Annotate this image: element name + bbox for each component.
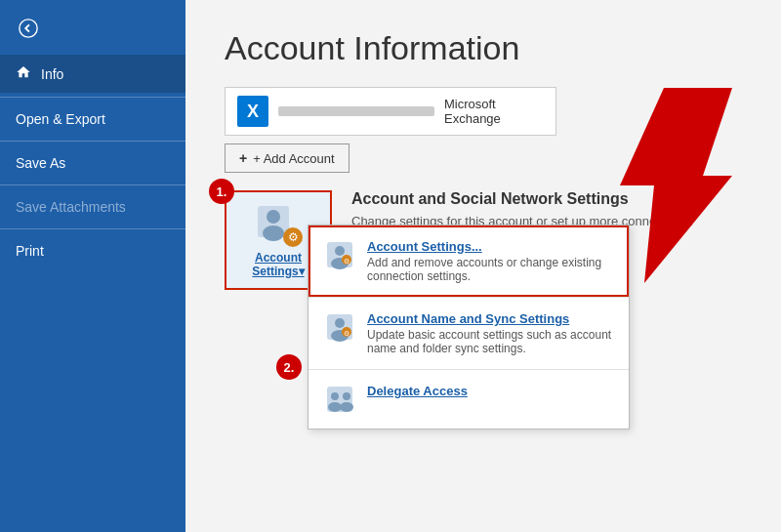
sidebar: Info Open & Export Save As Save Attachme… — [0, 0, 185, 532]
dropdown-item-1-text: Account Settings... Add and remove accou… — [367, 239, 613, 283]
account-gear-badge: ⚙ — [283, 227, 303, 247]
svg-point-0 — [20, 20, 37, 37]
info-panel-title: Account and Social Network Settings — [351, 190, 742, 208]
account-email-bar — [278, 106, 434, 116]
sidebar-divider-3 — [0, 184, 185, 185]
gear-icon: ⚙ — [288, 230, 299, 244]
dropdown-item-1-desc: Add and remove accounts or change existi… — [367, 256, 613, 283]
svg-point-3 — [263, 225, 284, 241]
account-type-label: Microsoft Exchange — [444, 97, 544, 126]
sidebar-item-info[interactable]: Info — [0, 55, 185, 93]
account-settings-icon-container: ⚙ — [254, 202, 303, 247]
sidebar-divider-2 — [0, 141, 185, 142]
home-icon — [16, 64, 31, 83]
dropdown-item-1-icon: ⚙ — [324, 239, 355, 270]
svg-point-18 — [340, 402, 353, 412]
svg-point-2 — [267, 210, 280, 224]
sidebar-item-save-as[interactable]: Save As — [0, 145, 185, 181]
plus-icon: + — [239, 150, 247, 166]
name-sync-icon: ⚙ — [325, 312, 354, 342]
dropdown-item-3-text: Delegate Access — [367, 384, 468, 398]
sidebar-divider-1 — [0, 97, 185, 98]
sidebar-item-save-attachments: Save Attachments — [0, 189, 185, 225]
dropdown-item-2-text: Account Name and Sync Settings Update ba… — [367, 311, 613, 355]
svg-text:⚙: ⚙ — [344, 330, 349, 337]
dropdown-item-account-settings[interactable]: ⚙ Account Settings... Add and remove acc… — [308, 225, 629, 297]
dropdown-item-1-title: Account Settings... — [367, 239, 613, 254]
svg-point-10 — [335, 318, 345, 328]
sidebar-item-print-label: Print — [16, 243, 44, 259]
sidebar-item-open-export[interactable]: Open & Export — [0, 102, 185, 137]
account-bar: X Microsoft Exchange — [225, 87, 556, 136]
exchange-icon-letter: X — [247, 102, 259, 122]
dropdown-menu: ⚙ Account Settings... Add and remove acc… — [308, 225, 630, 430]
dropdown-item-delegate[interactable]: Delegate Access — [308, 370, 629, 429]
step2-badge: 2. — [276, 354, 302, 380]
step1-badge: 1. — [209, 179, 234, 204]
exchange-icon: X — [237, 96, 268, 127]
svg-point-17 — [343, 392, 350, 400]
delegate-icon — [325, 385, 354, 414]
sidebar-item-save-attachments-label: Save Attachments — [16, 199, 126, 215]
back-button[interactable] — [6, 6, 51, 51]
dropdown-item-3-title: Delegate Access — [367, 384, 468, 398]
dropdown-item-2-icon: ⚙ — [324, 311, 355, 343]
svg-point-15 — [331, 392, 339, 400]
account-settings-label: AccountSettings▾ — [252, 251, 304, 278]
sidebar-item-print[interactable]: Print — [0, 233, 185, 268]
svg-point-5 — [335, 246, 345, 256]
add-account-button[interactable]: + + Add Account — [225, 143, 349, 173]
add-account-label: + Add Account — [253, 151, 334, 166]
sidebar-item-save-as-label: Save As — [16, 155, 65, 171]
sidebar-item-info-label: Info — [41, 66, 63, 82]
dropdown-item-name-sync[interactable]: ⚙ Account Name and Sync Settings Update … — [308, 298, 629, 369]
dropdown-item-3-icon — [324, 384, 355, 415]
sidebar-divider-4 — [0, 228, 185, 229]
account-settings-menu-icon: ⚙ — [325, 240, 354, 269]
dropdown-item-2-title: Account Name and Sync Settings — [367, 311, 613, 326]
main-content: Account Information X Microsoft Exchange… — [185, 0, 781, 532]
sidebar-item-open-export-label: Open & Export — [16, 111, 105, 127]
svg-text:⚙: ⚙ — [344, 258, 349, 265]
dropdown-item-2-desc: Update basic account settings such as ac… — [367, 328, 613, 355]
page-title: Account Information — [225, 29, 742, 67]
account-email-placeholder — [278, 106, 434, 116]
svg-point-16 — [328, 402, 342, 412]
sidebar-nav: Info Open & Export Save As Save Attachme… — [0, 55, 185, 532]
